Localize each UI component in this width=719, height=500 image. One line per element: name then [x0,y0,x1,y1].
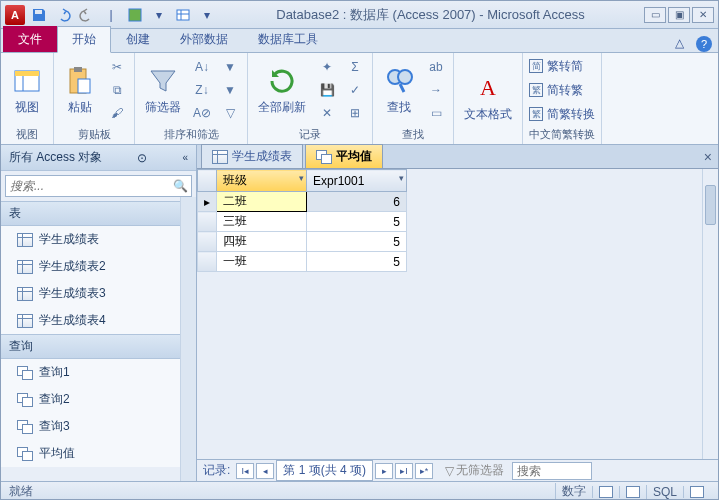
view-form-button[interactable] [619,486,646,498]
doc-close-icon[interactable]: × [704,149,712,165]
record-position[interactable]: 第 1 项(共 4 项) [276,460,373,481]
nav-item-query[interactable]: 查询1 [1,359,196,386]
nav-item-query[interactable]: 查询2 [1,386,196,413]
find-button[interactable]: 查找 [379,63,419,118]
column-dropdown-icon[interactable]: ▾ [299,173,304,183]
minimize-ribbon-icon[interactable]: △ [669,34,690,52]
row-selector[interactable] [198,232,217,252]
datasheet-icon[interactable] [173,5,193,25]
cell[interactable]: 三班 [217,212,307,232]
redo-icon[interactable] [77,5,97,25]
doc-tab-query-active[interactable]: 平均值 [305,144,383,168]
nav-header[interactable]: 所有 Access 对象 ⊙ « [1,145,196,171]
nav-item-query[interactable]: 平均值 [1,440,196,467]
cell[interactable]: 四班 [217,232,307,252]
record-search-input[interactable] [512,462,592,480]
advanced-filter-icon[interactable]: ▼ [219,80,241,100]
cell[interactable]: 5 [307,232,407,252]
view-sql-button[interactable]: SQL [646,485,683,499]
undo-icon[interactable] [53,5,73,25]
save-icon[interactable] [29,5,49,25]
more-records-icon[interactable]: ⊞ [344,103,366,123]
column-header[interactable]: Expr1001▾ [307,170,407,192]
selection-filter-icon[interactable]: ▼ [219,57,241,77]
first-record-button[interactable]: I◂ [236,463,254,479]
help-icon[interactable]: ? [696,36,712,52]
select-all-corner[interactable] [198,170,217,192]
nav-header-menu-icon[interactable]: ⊙ [137,151,147,165]
table-row[interactable]: 三班5 [198,212,407,232]
nav-item-table[interactable]: 学生成绩表4 [1,307,196,334]
spelling-icon[interactable]: ✓ [344,80,366,100]
tab-external-data[interactable]: 外部数据 [165,26,243,52]
delete-record-icon[interactable]: ✕ [316,103,338,123]
cell[interactable]: 一班 [217,252,307,272]
view-design-button[interactable] [683,486,710,498]
nav-group-queries[interactable]: 查询 ⌃ [1,334,196,359]
table-row[interactable]: 一班5 [198,252,407,272]
sort-asc-icon[interactable]: A↓ [191,57,213,77]
column-dropdown-icon[interactable]: ▾ [399,173,404,183]
row-selector[interactable]: ▸ [198,192,217,212]
column-header[interactable]: 班级▾ [217,170,307,192]
text-format-button[interactable]: A 文本格式 [460,70,516,125]
nav-item-table[interactable]: 学生成绩表3 [1,280,196,307]
copy-icon[interactable]: ⧉ [106,80,128,100]
select-icon[interactable]: ▭ [425,103,447,123]
replace-icon[interactable]: ab [425,57,447,77]
paste-label: 粘贴 [68,99,92,116]
table-row[interactable]: ▸二班6 [198,192,407,212]
next-record-button[interactable]: ▸ [375,463,393,479]
sort-desc-icon[interactable]: Z↓ [191,80,213,100]
view-button[interactable]: 视图 [7,63,47,118]
close-button[interactable]: ✕ [692,7,714,23]
totals-icon[interactable]: Σ [344,57,366,77]
datasheet-grid[interactable]: 班级▾ Expr1001▾ ▸二班6 三班5 四班5 一班5 [197,169,718,459]
row-selector[interactable] [198,212,217,232]
qat-dropdown-icon[interactable]: ▾ [149,5,169,25]
cell[interactable]: 5 [307,212,407,232]
nav-group-tables[interactable]: 表 ⌃ [1,201,196,226]
cell[interactable]: 二班 [217,192,307,212]
table-row[interactable]: 四班5 [198,232,407,252]
nav-scrollbar[interactable] [180,197,196,481]
design-view-icon[interactable] [125,5,145,25]
nav-item-table[interactable]: 学生成绩表 [1,226,196,253]
tab-home[interactable]: 开始 [57,26,111,53]
filter-button[interactable]: 筛选器 [141,63,185,118]
maximize-button[interactable]: ▣ [668,7,690,23]
tab-database-tools[interactable]: 数据库工具 [243,26,333,52]
cell[interactable]: 5 [307,252,407,272]
convert-button[interactable]: 繁简繁转换 [529,105,595,124]
row-selector[interactable] [198,252,217,272]
nav-collapse-icon[interactable]: « [182,152,188,163]
nav-search-input[interactable] [6,176,169,196]
new-record-icon[interactable]: ✦ [316,57,338,77]
doc-tab-table[interactable]: 学生成绩表 [201,144,303,168]
trad-to-simp-button[interactable]: 简繁转简 [529,57,595,76]
view-datasheet-button[interactable] [592,486,619,498]
vertical-scrollbar[interactable] [702,169,718,459]
cut-icon[interactable]: ✂ [106,57,128,77]
refresh-all-button[interactable]: 全部刷新 [254,63,310,118]
goto-icon[interactable]: → [425,80,447,100]
toggle-filter-icon[interactable]: ▽ [219,103,241,123]
paste-button[interactable]: 粘贴 [60,63,100,118]
nav-item-query[interactable]: 查询3 [1,413,196,440]
search-icon[interactable]: 🔍 [169,176,191,196]
last-record-button[interactable]: ▸I [395,463,413,479]
prev-record-button[interactable]: ◂ [256,463,274,479]
minimize-button[interactable]: ▭ [644,7,666,23]
new-record-nav-button[interactable]: ▸* [415,463,433,479]
nav-item-table[interactable]: 学生成绩表2 [1,253,196,280]
window-buttons: ▭ ▣ ✕ [644,7,714,23]
qat-more-icon[interactable]: ▾ [197,5,217,25]
save-record-icon[interactable]: 💾 [316,80,338,100]
simp-to-trad-button[interactable]: 繁简转繁 [529,81,595,100]
tab-create[interactable]: 创建 [111,26,165,52]
cell[interactable]: 6 [307,192,407,212]
scrollbar-thumb[interactable] [705,185,716,225]
tab-file[interactable]: 文件 [3,26,57,52]
clear-sort-icon[interactable]: A⊘ [191,103,213,123]
format-painter-icon[interactable]: 🖌 [106,103,128,123]
